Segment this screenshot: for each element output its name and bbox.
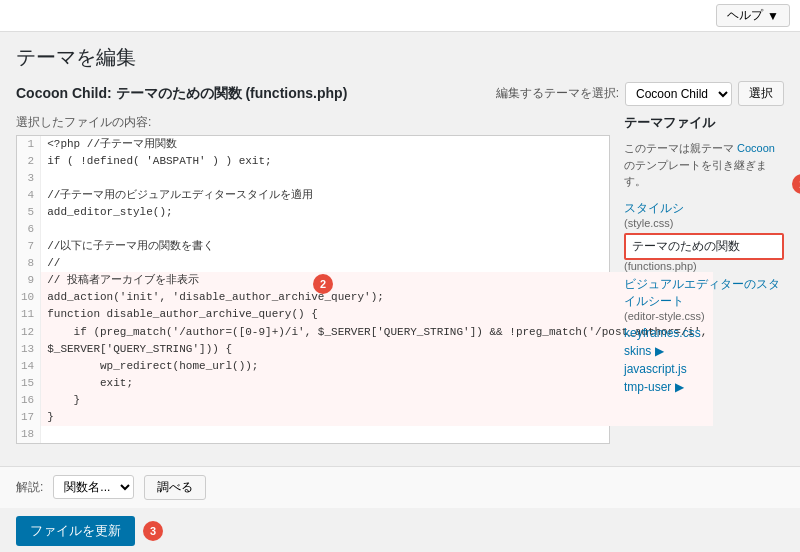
line-number: 3 (17, 170, 41, 187)
file-link-functions-php[interactable]: テーマのための関数 (624, 233, 784, 260)
line-code: wp_redirect(home_url()); (41, 358, 714, 375)
line-code: if ( !defined( 'ABSPATH' ) ) exit; (41, 153, 714, 170)
list-item: テーマのための関数(functions.php) (624, 233, 784, 272)
file-subname-functions-php: (functions.php) (624, 260, 784, 272)
func-select[interactable]: 関数名... (53, 475, 134, 499)
line-number: 2 (17, 153, 41, 170)
file-link-javascript-js[interactable]: javascript.js (624, 362, 784, 376)
file-link-style-css[interactable]: スタイルシ (624, 200, 784, 217)
line-code: // 投稿者アーカイブを非表示 (41, 272, 714, 289)
line-code (41, 426, 714, 443)
line-code: } (41, 392, 714, 409)
line-code: // (41, 255, 714, 272)
list-item: keyframes.css (624, 326, 784, 340)
line-number: 17 (17, 409, 41, 426)
file-content-label: 選択したファイルの内容: (16, 114, 610, 131)
line-number: 6 (17, 221, 41, 238)
help-label: ヘルプ (727, 7, 763, 24)
file-link-skins[interactable]: skins ▶ (624, 344, 784, 358)
line-number: 15 (17, 375, 41, 392)
file-link-tmp-user[interactable]: tmp-user ▶ (624, 380, 784, 394)
top-bar: ヘルプ ▼ (0, 0, 800, 32)
badge-3: 3 (143, 521, 163, 541)
subtitle-bar: Cocoon Child: テーマのための関数 (functions.php) … (16, 81, 784, 106)
line-code (41, 170, 714, 187)
line-number: 14 (17, 358, 41, 375)
code-table: 1<?php //子テーマ用関数2if ( !defined( 'ABSPATH… (17, 136, 713, 443)
line-code: $_SERVER['QUERY_STRING'])) { (41, 341, 714, 358)
line-number: 4 (17, 187, 41, 204)
line-number: 13 (17, 341, 41, 358)
inherit-note: このテーマは親テーマ Cocoon のテンプレートを引き継ぎます。 (624, 140, 784, 190)
cocoon-link[interactable]: Cocoon (737, 142, 775, 154)
desc-label: 解説: (16, 479, 43, 496)
line-code: function disable_author_archive_query() … (41, 306, 714, 323)
list-item: ビジュアルエディターのスタイルシート(editor-style.css) (624, 276, 784, 322)
line-number: 8 (17, 255, 41, 272)
code-editor-wrapper[interactable]: 1<?php //子テーマ用関数2if ( !defined( 'ABSPATH… (16, 135, 610, 444)
line-code: //子テーマ用のビジュアルエディタースタイルを適用 (41, 187, 714, 204)
line-code: //以下に子テーマ用の関数を書く (41, 238, 714, 255)
theme-select-button[interactable]: 選択 (738, 81, 784, 106)
line-number: 10 (17, 289, 41, 306)
file-subname-editor-style-css: (editor-style.css) (624, 310, 784, 322)
editor-column: 選択したファイルの内容: 1<?php //子テーマ用関数2if ( !defi… (16, 114, 610, 444)
badge-2: 2 (313, 274, 333, 294)
update-section: ファイルを更新 3 (0, 508, 800, 552)
line-number: 5 (17, 204, 41, 221)
line-code (41, 221, 714, 238)
two-col-layout: 選択したファイルの内容: 1<?php //子テーマ用関数2if ( !defi… (16, 114, 784, 444)
list-item: javascript.js (624, 362, 784, 376)
line-code: <?php //子テーマ用関数 (41, 136, 714, 153)
update-file-button[interactable]: ファイルを更新 (16, 516, 135, 546)
files-title: テーマファイル (624, 114, 784, 132)
file-list: スタイルシ(style.css)テーマのための関数(functions.php)… (624, 200, 784, 394)
line-code: add_action('init', 'disable_author_archi… (41, 289, 714, 306)
line-code: if (preg_match('/author=([0-9]+)/i', $_S… (41, 324, 714, 341)
file-subtitle: Cocoon Child: テーマのための関数 (functions.php) (16, 85, 347, 103)
line-code: add_editor_style(); (41, 204, 714, 221)
list-item: スタイルシ(style.css) (624, 200, 784, 229)
lookup-button[interactable]: 調べる (144, 475, 206, 500)
line-code: exit; (41, 375, 714, 392)
line-number: 9 (17, 272, 41, 289)
page-title: テーマを編集 (16, 44, 784, 71)
line-number: 1 (17, 136, 41, 153)
badge-1: 1 (792, 174, 800, 194)
theme-select-label: 編集するテーマを選択: (496, 85, 619, 102)
theme-select-bar: 編集するテーマを選択: Cocoon Child 選択 (496, 81, 784, 106)
bottom-bar: 解説: 関数名... 調べる (0, 466, 800, 508)
line-number: 12 (17, 324, 41, 341)
list-item: tmp-user ▶ (624, 380, 784, 394)
help-button[interactable]: ヘルプ ▼ (716, 4, 790, 27)
line-number: 16 (17, 392, 41, 409)
file-link-keyframes-css[interactable]: keyframes.css (624, 326, 784, 340)
page-wrapper: ヘルプ ▼ テーマを編集 Cocoon Child: テーマのための関数 (fu… (0, 0, 800, 552)
line-number: 11 (17, 306, 41, 323)
file-link-editor-style-css[interactable]: ビジュアルエディターのスタイルシート (624, 276, 784, 310)
chevron-down-icon: ▼ (767, 9, 779, 23)
files-column: テーマファイル このテーマは親テーマ Cocoon のテンプレートを引き継ぎます… (624, 114, 784, 444)
file-subname-style-css: (style.css) (624, 217, 784, 229)
line-code: } (41, 409, 714, 426)
line-number: 18 (17, 426, 41, 443)
line-number: 7 (17, 238, 41, 255)
main-content: テーマを編集 Cocoon Child: テーマのための関数 (function… (0, 32, 800, 466)
theme-select-dropdown[interactable]: Cocoon Child (625, 82, 732, 106)
editor-container: 1<?php //子テーマ用関数2if ( !defined( 'ABSPATH… (16, 135, 610, 444)
list-item: skins ▶ (624, 344, 784, 358)
